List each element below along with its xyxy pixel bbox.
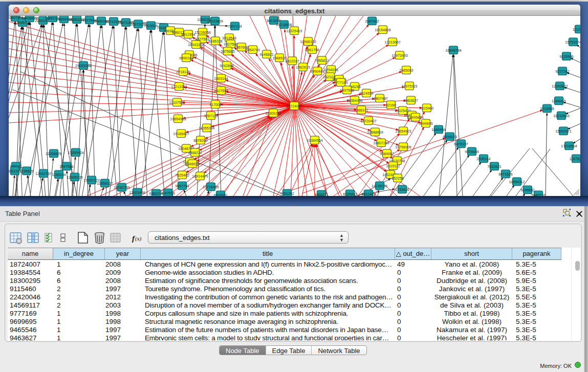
svg-text:12923448: 12923448 (129, 191, 145, 195)
svg-text:9699695: 9699695 (419, 122, 433, 126)
svg-text:12905135: 12905135 (67, 176, 83, 180)
svg-text:20206576: 20206576 (46, 152, 62, 156)
svg-text:8912954: 8912954 (181, 33, 195, 37)
svg-text:1145194: 1145194 (52, 173, 66, 177)
svg-text:1244415: 1244415 (552, 99, 566, 103)
svg-text:8990448: 8990448 (310, 70, 324, 74)
svg-text:7857224: 7857224 (228, 25, 242, 29)
svg-text:3267110: 3267110 (204, 114, 217, 118)
svg-text:3097586: 3097586 (59, 165, 74, 169)
svg-text:1640954: 1640954 (431, 128, 446, 132)
svg-text:1615112: 1615112 (386, 164, 400, 168)
svg-text:1562615: 1562615 (296, 65, 310, 70)
svg-text:8938923: 8938923 (443, 135, 457, 139)
svg-text:10807487: 10807487 (372, 97, 388, 101)
svg-text:6794028: 6794028 (324, 68, 338, 72)
svg-text:6235897: 6235897 (343, 192, 357, 196)
svg-text:2087682: 2087682 (365, 19, 379, 24)
svg-text:9463627: 9463627 (404, 99, 418, 103)
svg-text:19166827: 19166827 (173, 132, 189, 136)
svg-text:3875685: 3875685 (221, 50, 235, 54)
svg-text:417006: 417006 (209, 103, 222, 107)
svg-text:10107553: 10107553 (169, 101, 185, 105)
svg-text:19218506: 19218506 (276, 23, 292, 27)
svg-text:2718126: 2718126 (176, 70, 190, 74)
svg-text:1156829: 1156829 (19, 169, 33, 173)
svg-text:17359924: 17359924 (68, 151, 84, 155)
svg-text:9657791: 9657791 (175, 184, 189, 188)
svg-text:19384554: 19384554 (307, 139, 323, 143)
svg-text:29053346: 29053346 (75, 64, 92, 68)
svg-text:62160: 62160 (386, 103, 396, 107)
svg-text:9890103: 9890103 (179, 56, 193, 60)
svg-text:9115460: 9115460 (420, 106, 433, 111)
svg-text:8322037: 8322037 (285, 59, 299, 63)
svg-text:15751074: 15751074 (565, 40, 580, 45)
svg-text:16648784: 16648784 (445, 49, 462, 53)
svg-text:16154808: 16154808 (375, 28, 391, 32)
svg-text:10654112: 10654112 (509, 180, 525, 184)
svg-text:15716485: 15716485 (203, 185, 219, 189)
svg-text:9146821: 9146821 (259, 53, 274, 57)
svg-text:11325419: 11325419 (286, 29, 302, 33)
svg-text:16543352: 16543352 (188, 43, 204, 47)
svg-text:4187516: 4187516 (161, 191, 175, 195)
svg-text:2803144: 2803144 (214, 77, 228, 81)
svg-text:18495864: 18495864 (407, 116, 424, 120)
svg-text:18807249: 18807249 (373, 141, 389, 145)
svg-text:(x): (x) (135, 235, 142, 242)
svg-text:8878332: 8878332 (193, 139, 208, 143)
svg-text:10756928: 10756928 (395, 145, 411, 149)
svg-text:8427552: 8427552 (214, 89, 228, 93)
svg-text:3215955: 3215955 (540, 107, 554, 111)
svg-text:16914479: 16914479 (192, 174, 208, 179)
svg-text:1588520: 1588520 (272, 56, 287, 60)
svg-text:9777169: 9777169 (334, 81, 348, 85)
svg-text:12213967: 12213967 (384, 40, 401, 45)
svg-text:16782759: 16782759 (114, 186, 130, 190)
svg-text:12093872: 12093872 (552, 84, 568, 89)
svg-text:20364436: 20364436 (346, 99, 363, 103)
svg-text:9084067: 9084067 (380, 152, 394, 156)
svg-text:1167533: 1167533 (569, 157, 580, 161)
svg-text:7485063: 7485063 (399, 69, 413, 73)
svg-text:8454749: 8454749 (246, 48, 260, 52)
svg-text:18300295: 18300295 (265, 112, 281, 116)
svg-text:15226058: 15226058 (194, 31, 211, 35)
svg-text:6497568: 6497568 (340, 89, 354, 93)
svg-text:7632621: 7632621 (487, 165, 502, 169)
svg-text:10966170: 10966170 (300, 40, 316, 44)
svg-text:19654923: 19654923 (395, 129, 411, 134)
svg-text:7751262: 7751262 (280, 192, 294, 196)
svg-text:1112647: 1112647 (573, 28, 580, 32)
svg-text:11355394: 11355394 (199, 126, 214, 130)
svg-text:6479197: 6479197 (454, 142, 468, 146)
svg-text:9245652: 9245652 (520, 188, 535, 192)
svg-text:17016504: 17016504 (561, 144, 577, 148)
svg-text:9227342: 9227342 (555, 70, 570, 74)
svg-text:9474444: 9474444 (465, 150, 479, 154)
svg-text:3624554: 3624554 (359, 92, 374, 96)
svg-text:8813054: 8813054 (267, 19, 281, 23)
svg-text:15692971: 15692971 (555, 129, 572, 134)
svg-text:9313546: 9313546 (222, 36, 236, 40)
svg-text:9948939: 9948939 (185, 162, 200, 166)
svg-text:2935114: 2935114 (476, 157, 490, 161)
svg-text:7386372: 7386372 (354, 108, 368, 113)
svg-text:6961758: 6961758 (305, 48, 319, 52)
svg-text:14136141: 14136141 (372, 184, 388, 188)
svg-text:1733426: 1733426 (395, 188, 409, 192)
svg-text:15720407: 15720407 (360, 119, 377, 123)
svg-text:18724007: 18724007 (286, 104, 302, 108)
svg-text:9242848: 9242848 (220, 64, 234, 68)
svg-text:10958107: 10958107 (97, 182, 113, 186)
svg-text:12975115: 12975115 (401, 84, 417, 89)
svg-text:4498222: 4498222 (188, 151, 202, 155)
svg-text:8912445: 8912445 (361, 192, 376, 196)
svg-text:8186328: 8186328 (208, 39, 223, 43)
svg-text:12942757: 12942757 (35, 172, 52, 176)
svg-text:16033809: 16033809 (207, 19, 223, 24)
svg-text:12213363: 12213363 (171, 85, 187, 89)
svg-text:7625402: 7625402 (175, 173, 189, 178)
svg-text:7955812: 7955812 (315, 59, 329, 63)
